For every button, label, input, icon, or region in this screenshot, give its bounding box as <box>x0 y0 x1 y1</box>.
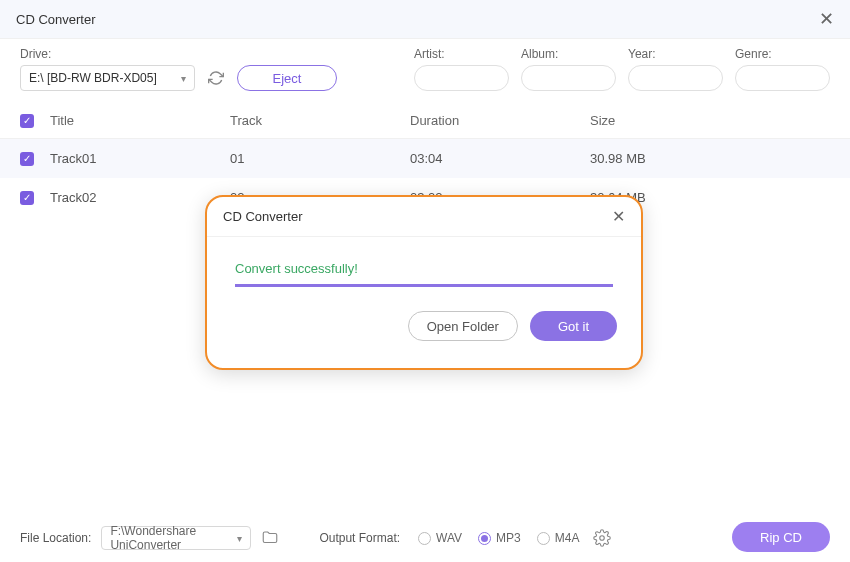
drive-value: E:\ [BD-RW BDR-XD05] <box>29 71 157 85</box>
genre-input[interactable] <box>735 65 830 91</box>
cell-title: Track02 <box>50 190 230 205</box>
header-track: Track <box>230 113 410 128</box>
format-radio-wav[interactable]: WAV <box>418 531 462 545</box>
cell-track: 01 <box>230 151 410 166</box>
check-icon: ✓ <box>23 192 31 203</box>
success-message: Convert successfully! <box>235 261 613 276</box>
format-radio-m4a[interactable]: M4A <box>537 531 580 545</box>
open-folder-button[interactable]: Open Folder <box>408 311 518 341</box>
table-row[interactable]: ✓ Track01 01 03:04 30.98 MB <box>0 139 850 178</box>
output-format-label: Output Format: <box>319 531 400 545</box>
svg-point-0 <box>600 536 605 541</box>
genre-label: Genre: <box>735 47 830 61</box>
header-size: Size <box>590 113 830 128</box>
check-icon: ✓ <box>23 115 31 126</box>
cell-title: Track01 <box>50 151 230 166</box>
format-label: WAV <box>436 531 462 545</box>
rip-cd-button[interactable]: Rip CD <box>732 522 830 552</box>
eject-button[interactable]: Eject <box>237 65 337 91</box>
row-checkbox[interactable]: ✓ <box>20 152 34 166</box>
drive-label: Drive: <box>20 47 195 61</box>
file-location-value: F:\Wondershare UniConverter <box>110 524 237 552</box>
format-label: M4A <box>555 531 580 545</box>
select-all-checkbox[interactable]: ✓ <box>20 114 34 128</box>
header-title: Title <box>50 113 230 128</box>
cell-duration: 03:04 <box>410 151 590 166</box>
close-icon[interactable]: ✕ <box>819 8 834 30</box>
file-location-label: File Location: <box>20 531 91 545</box>
settings-icon[interactable] <box>593 529 611 547</box>
refresh-icon[interactable] <box>207 69 225 87</box>
file-location-select[interactable]: F:\Wondershare UniConverter ▾ <box>101 526 251 550</box>
radio-icon <box>478 532 491 545</box>
progress-bar <box>235 284 613 287</box>
row-checkbox[interactable]: ✓ <box>20 191 34 205</box>
modal-title: CD Converter <box>223 209 302 224</box>
chevron-down-icon: ▾ <box>237 533 242 544</box>
got-it-button[interactable]: Got it <box>530 311 617 341</box>
artist-input[interactable] <box>414 65 509 91</box>
cell-size: 30.98 MB <box>590 151 830 166</box>
radio-icon <box>537 532 550 545</box>
format-label: MP3 <box>496 531 521 545</box>
chevron-down-icon: ▾ <box>181 73 186 84</box>
year-label: Year: <box>628 47 723 61</box>
radio-icon <box>418 532 431 545</box>
year-input[interactable] <box>628 65 723 91</box>
format-radio-mp3[interactable]: MP3 <box>478 531 521 545</box>
album-label: Album: <box>521 47 616 61</box>
header-duration: Duration <box>410 113 590 128</box>
modal-close-icon[interactable]: ✕ <box>612 207 625 226</box>
album-input[interactable] <box>521 65 616 91</box>
window-title: CD Converter <box>16 12 95 27</box>
check-icon: ✓ <box>23 153 31 164</box>
folder-icon[interactable] <box>261 529 279 547</box>
drive-select[interactable]: E:\ [BD-RW BDR-XD05] ▾ <box>20 65 195 91</box>
artist-label: Artist: <box>414 47 509 61</box>
success-modal: CD Converter ✕ Convert successfully! Ope… <box>205 195 643 370</box>
